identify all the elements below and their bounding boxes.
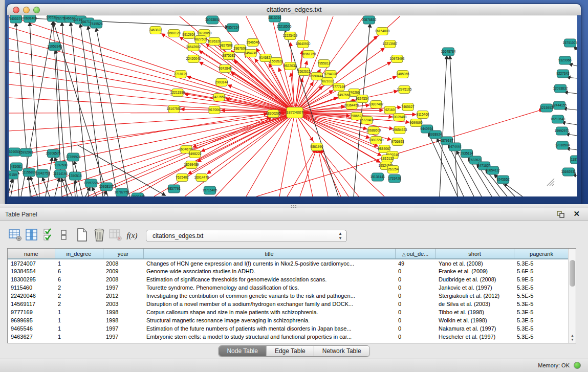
column-header-pagerank[interactable]: pagerank <box>514 249 569 259</box>
table-cell[interactable]: Disruption of a novel member of a sodium… <box>143 300 395 308</box>
table-cell[interactable]: 6 <box>55 267 103 275</box>
table-cell[interactable]: 14569117 <box>8 300 55 308</box>
table-cell[interactable]: Estimation of the future numbers of pati… <box>143 324 395 333</box>
table-cell[interactable]: 18300295 <box>8 275 55 283</box>
table-row[interactable]: 911546021997Tourette syndrome. Phenomeno… <box>8 283 569 292</box>
tab-edge-table[interactable]: Edge Table <box>267 346 314 356</box>
table-cell[interactable]: 2008 <box>103 259 143 267</box>
table-cell[interactable]: Estimation of significance thresholds fo… <box>143 275 395 283</box>
table-row[interactable]: 946554611997Estimation of the future num… <box>8 324 569 333</box>
table-cell[interactable]: Franke et al. (2009) <box>435 267 514 275</box>
table-row[interactable]: 946362711997Embryonic stem cells: a mode… <box>8 333 569 341</box>
column-header-title[interactable]: title <box>143 249 395 259</box>
table-cell[interactable]: 5.3E-5 <box>514 300 569 308</box>
table-cell[interactable]: 0 <box>395 324 435 333</box>
table-cell[interactable]: 5.9E-5 <box>514 275 569 283</box>
new-table-button[interactable] <box>75 228 89 243</box>
column-header-out_de[interactable]: △out_de... <box>395 249 435 259</box>
table-cell[interactable]: 1997 <box>103 283 143 292</box>
table-cell[interactable]: 1997 <box>103 324 143 333</box>
tab-network-table[interactable]: Network Table <box>314 346 369 356</box>
table-row[interactable]: 977716911998Corpus callosum shape and si… <box>8 308 569 316</box>
table-cell[interactable]: Yano et al. (2008) <box>435 259 514 267</box>
table-cell[interactable]: 2012 <box>103 292 143 300</box>
table-selector-dropdown[interactable]: citations_edges.txt ▲▼ <box>146 230 347 242</box>
table-cell[interactable]: 1 <box>55 308 103 316</box>
table-row[interactable]: 2242004622012Investigating the contribut… <box>8 292 569 300</box>
table-cell[interactable]: Investigating the contribution of common… <box>143 292 395 300</box>
show-column-button[interactable] <box>25 228 39 243</box>
column-header-in_degree[interactable]: in_degree <box>55 249 103 259</box>
tab-node-table[interactable]: Node Table <box>219 346 267 356</box>
table-row[interactable]: 1872400712008Changes of HCN gene express… <box>8 259 569 267</box>
scrollbar-arrows[interactable]: ▲▼ <box>569 334 576 342</box>
scrollbar-thumb[interactable] <box>570 260 575 287</box>
table-row[interactable]: 1938455462009Genome-wide association stu… <box>8 267 569 275</box>
table-cell[interactable]: 1998 <box>103 316 143 324</box>
table-mode-button[interactable] <box>8 228 23 243</box>
table-cell[interactable]: de Silva et al. (2003) <box>435 300 514 308</box>
table-cell[interactable]: 5.3E-5 <box>514 308 569 316</box>
table-cell[interactable]: 5.5E-5 <box>514 292 569 300</box>
column-header-name[interactable]: name <box>8 249 55 259</box>
citation-network-graph[interactable]: 9405574206914061065328715276026466160107… <box>9 15 577 196</box>
table-cell[interactable]: 2 <box>55 283 103 292</box>
column-header-year[interactable]: year <box>103 249 143 259</box>
table-cell[interactable]: Wolkin et al. (1998) <box>435 316 514 324</box>
table-cell[interactable]: 0 <box>395 300 435 308</box>
table-cell[interactable]: 0 <box>395 308 435 316</box>
table-cell[interactable]: Tourette syndrome. Phenomenology and cla… <box>143 283 395 292</box>
table-cell[interactable]: 1 <box>55 259 103 267</box>
column-header-short[interactable]: short <box>435 249 514 259</box>
table-cell[interactable]: Genome-wide association studies in ADHD. <box>143 267 395 275</box>
table-cell[interactable]: Changes of HCN gene expression and I(f) … <box>143 259 395 267</box>
table-cell[interactable]: 2 <box>55 292 103 300</box>
table-cell[interactable]: 18724007 <box>8 259 55 267</box>
vertical-scrollbar[interactable]: ▲▼ <box>568 249 576 343</box>
table-cell[interactable]: 9465546 <box>8 324 55 333</box>
table-row[interactable]: 1830029562008Estimation of significance … <box>8 275 569 283</box>
table-cell[interactable]: 2009 <box>103 267 143 275</box>
table-row[interactable]: 969969511998Structural magnetic resonanc… <box>8 316 569 324</box>
table-cell[interactable]: 0 <box>395 316 435 324</box>
table-cell[interactable]: 5.6E-5 <box>514 267 569 275</box>
table-cell[interactable]: 2 <box>55 300 103 308</box>
table-cell[interactable]: 1 <box>55 324 103 333</box>
table-cell[interactable]: 5.3E-5 <box>514 324 569 333</box>
table-cell[interactable]: 5.3E-5 <box>514 259 569 267</box>
table-cell[interactable]: 2008 <box>103 275 143 283</box>
table-cell[interactable]: 19384554 <box>8 267 55 275</box>
table-cell[interactable]: 0 <box>395 267 435 275</box>
table-cell[interactable]: 0 <box>395 333 435 341</box>
split-pane-divider[interactable] <box>0 204 588 208</box>
network-view-titlebar[interactable]: citations_edges.txt <box>7 4 581 15</box>
canvas-resize-grip[interactable] <box>547 179 554 186</box>
row-height-button[interactable] <box>59 228 69 243</box>
table-cell[interactable]: 0 <box>395 275 435 283</box>
table-cell[interactable]: 5.3E-5 <box>514 333 569 341</box>
table-cell[interactable]: Jankovic et al. (1997) <box>435 283 514 292</box>
close-panel-button[interactable]: ✕ <box>573 209 580 218</box>
table-cell[interactable]: 9777169 <box>8 308 55 316</box>
table-cell[interactable]: 9115460 <box>8 283 55 292</box>
table-cell[interactable]: Stergiakouli et al. (2012) <box>435 292 514 300</box>
table-cell[interactable]: 0 <box>395 292 435 300</box>
table-cell[interactable]: Corpus callosum shape and size in male p… <box>143 308 395 316</box>
table-row[interactable]: 1456911722003Disruption of a novel membe… <box>8 300 569 308</box>
network-view-frame[interactable]: citations_edges.txt 94055742069140610653… <box>7 4 581 204</box>
select-columns-button[interactable] <box>42 228 56 243</box>
table-cell[interactable]: 0 <box>395 283 435 292</box>
float-panel-button[interactable] <box>556 210 565 218</box>
delete-table-button[interactable] <box>92 228 106 243</box>
table-cell[interactable]: 9463627 <box>8 333 55 341</box>
table-cell[interactable]: 1998 <box>103 308 143 316</box>
function-builder-button[interactable]: f(x) <box>125 228 139 243</box>
table-cell[interactable]: 2003 <box>103 300 143 308</box>
table-cell[interactable]: 6 <box>55 275 103 283</box>
memory-status-indicator[interactable] <box>574 362 581 369</box>
table-cell[interactable]: 1997 <box>103 333 143 341</box>
table-cell[interactable]: 1 <box>55 316 103 324</box>
table-cell[interactable]: 1 <box>55 333 103 341</box>
table-cell[interactable]: 22420046 <box>8 292 55 300</box>
table-cell[interactable]: 49 <box>395 259 435 267</box>
